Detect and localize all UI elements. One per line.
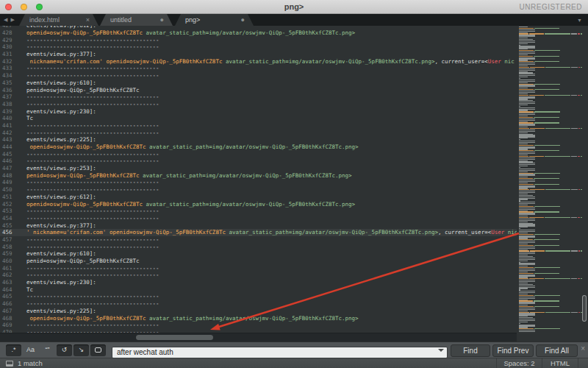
- status-indentation[interactable]: Spaces: 2: [496, 358, 542, 368]
- line-number: 435: [0, 79, 19, 87]
- code-line[interactable]: 455events/views.py:377]:: [0, 222, 517, 230]
- wrap-toggle-button[interactable]: ↺: [57, 344, 72, 356]
- code-line[interactable]: 460penid=oswjmv-QiQp-_5pFB0thKxfCZ8Tc: [0, 258, 517, 265]
- line-number: 433: [0, 65, 19, 72]
- code-line[interactable]: 437-------------------------------------…: [0, 93, 517, 101]
- line-number: 440: [0, 115, 19, 122]
- code-line[interactable]: 467events/views.py:225]:: [0, 308, 517, 315]
- line-number: 463: [0, 279, 19, 286]
- code-line[interactable]: 448penid=oswjmv-QiQp-_5pFB0thKxfCZ8Tc av…: [0, 172, 517, 180]
- tab-close-icon[interactable]: ×: [86, 14, 90, 26]
- code-line[interactable]: 443events/views.py:225]:: [0, 136, 517, 144]
- tab-dirty-icon: ●: [160, 14, 164, 26]
- code-line[interactable]: 435events/views.py:610]:: [0, 79, 517, 87]
- code-line[interactable]: 457-------------------------------------…: [0, 236, 517, 244]
- tab-png-active[interactable]: png> ●: [175, 14, 254, 26]
- minimap[interactable]: [517, 26, 588, 342]
- code-line[interactable]: 468 openid=oswjmv-QiQp-_5pFB0thKxfCZ8Tc …: [0, 315, 517, 322]
- code-line[interactable]: 441-------------------------------------…: [0, 122, 517, 130]
- code-line[interactable]: 453-------------------------------------…: [0, 208, 517, 215]
- code-line[interactable]: 438-------------------------------------…: [0, 101, 517, 108]
- whole-word-toggle-button[interactable]: “”: [40, 344, 55, 356]
- tab-bar: ◀▶ index.html × untitled ● png> ● ▼: [0, 14, 588, 26]
- horizontal-scrollbar-thumb[interactable]: [136, 335, 213, 340]
- code-line[interactable]: 459events/views.py:610]:: [0, 250, 517, 258]
- line-number: 468: [0, 315, 19, 322]
- status-bar: 1 match Spaces: 2 HTML: [0, 358, 588, 368]
- tab-label: png>: [185, 14, 200, 26]
- tab-back-icon[interactable]: ◀: [4, 17, 10, 22]
- regex-toggle-button[interactable]: .*: [6, 344, 21, 356]
- line-number: 444: [0, 144, 19, 151]
- code-line[interactable]: 445-------------------------------------…: [0, 151, 517, 158]
- code-line[interactable]: 433-------------------------------------…: [0, 65, 517, 72]
- find-input[interactable]: [112, 347, 448, 358]
- tab-overflow-icon[interactable]: ▼: [577, 18, 582, 23]
- line-number: 442: [0, 130, 19, 137]
- code-line[interactable]: 461-------------------------------------…: [0, 265, 517, 272]
- search-history-chevron-icon[interactable]: [438, 349, 444, 352]
- code-line[interactable]: 431events/views.py:377]:: [0, 51, 517, 58]
- line-number: 466: [0, 300, 19, 308]
- code-line[interactable]: 430-------------------------------------…: [0, 43, 517, 51]
- highlight-matches-icon: [95, 347, 101, 353]
- find-close-icon[interactable]: ×: [581, 344, 585, 353]
- code-line[interactable]: 465-------------------------------------…: [0, 293, 517, 300]
- in-selection-toggle-button[interactable]: ↘: [74, 344, 89, 356]
- status-syntax[interactable]: HTML: [542, 358, 578, 368]
- code-line[interactable]: 451events/views.py:612]:: [0, 194, 517, 201]
- tab-untitled[interactable]: untitled ●: [100, 14, 173, 26]
- line-number: 432: [0, 58, 19, 66]
- code-line[interactable]: 447events/views.py:253]:: [0, 165, 517, 172]
- line-number: 462: [0, 272, 19, 279]
- tab-index-html[interactable]: index.html ×: [19, 14, 98, 26]
- code-line[interactable]: 450-------------------------------------…: [0, 186, 517, 194]
- find-button[interactable]: Find: [451, 344, 490, 357]
- tab-label: index.html: [29, 14, 60, 26]
- code-line[interactable]: 463events/views.py:230]:: [0, 279, 517, 286]
- case-sensitive-toggle-button[interactable]: Aa: [23, 344, 38, 356]
- horizontal-scrollbar-track[interactable]: [0, 333, 517, 342]
- code-line[interactable]: 469-------------------------------------…: [0, 322, 517, 329]
- code-line[interactable]: 444 openid=oswjmv-QiQp-_5pFB0thKxfCZ8Tc …: [0, 144, 517, 151]
- line-number: 456: [0, 229, 19, 236]
- code-line[interactable]: 434-------------------------------------…: [0, 72, 517, 79]
- line-number: 445: [0, 151, 19, 158]
- code-line[interactable]: 442-------------------------------------…: [0, 130, 517, 137]
- code-line[interactable]: 439events/views.py:230]:: [0, 108, 517, 116]
- code-line[interactable]: 462-------------------------------------…: [0, 272, 517, 279]
- find-all-button[interactable]: Find All: [536, 344, 578, 357]
- code-line[interactable]: 429-------------------------------------…: [0, 37, 517, 44]
- code-line[interactable]: 454-------------------------------------…: [0, 215, 517, 222]
- code-line[interactable]: 464Tc: [0, 286, 517, 294]
- panel-icon: [6, 361, 13, 367]
- line-number: 434: [0, 72, 19, 79]
- code-line[interactable]: 432 nickname=u'crifan.com' openid=oswjmv…: [0, 58, 517, 66]
- code-line[interactable]: 436penid=oswjmv-QiQp-_5pFB0thKxfCZ8Tc: [0, 87, 517, 94]
- tab-forward-icon[interactable]: ▶: [10, 17, 17, 22]
- code-line[interactable]: 446-------------------------------------…: [0, 158, 517, 165]
- find-prev-button[interactable]: Find Prev: [492, 344, 534, 357]
- line-number: 441: [0, 122, 19, 130]
- line-number: 450: [0, 186, 19, 194]
- line-number: 452: [0, 201, 19, 208]
- code-line[interactable]: 440Tc: [0, 115, 517, 122]
- line-number: 447: [0, 165, 19, 172]
- line-number: 467: [0, 308, 19, 315]
- editor-pane[interactable]: 427events/views.py:612]:428openid=oswjmv…: [0, 26, 588, 342]
- code-line[interactable]: 458-------------------------------------…: [0, 244, 517, 251]
- vertical-scrollbar-thumb[interactable]: [582, 295, 587, 322]
- match-count: 1 match: [18, 358, 43, 368]
- line-number: 455: [0, 222, 19, 230]
- code-viewport[interactable]: 427events/views.py:612]:428openid=oswjmv…: [0, 26, 517, 342]
- line-number: 451: [0, 194, 19, 201]
- code-line[interactable]: 449-------------------------------------…: [0, 179, 517, 186]
- code-line[interactable]: 466-------------------------------------…: [0, 300, 517, 308]
- highlight-matches-toggle-button[interactable]: [90, 344, 106, 356]
- code-line[interactable]: 452openid=oswjmv-QiQp-_5pFB0thKxfCZ8Tc a…: [0, 201, 517, 208]
- line-number: 459: [0, 250, 19, 258]
- code-line[interactable]: 428openid=oswjmv-QiQp-_5pFB0thKxfCZ8Tc a…: [0, 29, 517, 37]
- code-line[interactable]: 456' nickname=u'crifan.com' openid=oswjm…: [0, 229, 517, 236]
- line-number: 430: [0, 43, 19, 51]
- line-number: 448: [0, 172, 19, 180]
